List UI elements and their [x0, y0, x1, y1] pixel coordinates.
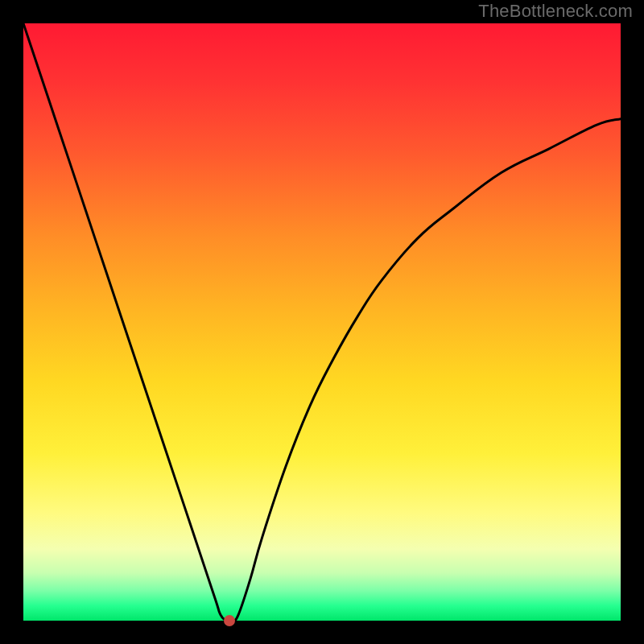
- optimal-point-marker: [224, 615, 235, 626]
- gradient-plot-area: [23, 23, 621, 621]
- chart-frame: TheBottleneck.com: [0, 0, 644, 644]
- bottleneck-curve: [23, 23, 621, 621]
- watermark-text: TheBottleneck.com: [478, 1, 633, 22]
